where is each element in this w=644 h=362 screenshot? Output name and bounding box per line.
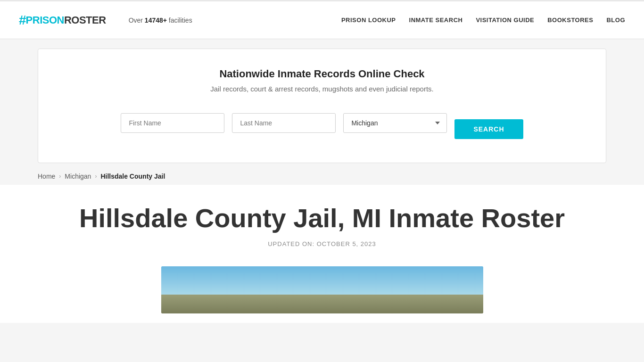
header: #PRISONROSTER Over 14748+ facilities PRI…	[0, 1, 644, 39]
breadcrumb-state[interactable]: Michigan	[65, 173, 91, 180]
breadcrumb: Home › Michigan › Hillsdale County Jail	[38, 173, 606, 180]
search-banner: Nationwide Inmate Records Online Check J…	[38, 49, 606, 163]
image-sky	[161, 266, 483, 295]
breadcrumb-current-page: Hillsdale County Jail	[100, 173, 165, 180]
breadcrumb-home[interactable]: Home	[38, 173, 55, 180]
logo[interactable]: #PRISONROSTER	[19, 13, 106, 28]
facility-image-section	[0, 257, 644, 323]
banner-title: Nationwide Inmate Records Online Check	[66, 68, 578, 80]
page-title: Hillsdale County Jail, MI Inmate Roster	[38, 204, 606, 233]
breadcrumb-chevron-1: ›	[59, 173, 61, 180]
facility-image	[161, 266, 483, 313]
update-date: UPDATED ON: OCTOBER 5, 2023	[38, 240, 606, 247]
image-ground	[161, 295, 483, 313]
search-button[interactable]: SEARCH	[454, 119, 523, 139]
facilities-count-text: Over 14748+ facilities	[129, 16, 192, 24]
facilities-number: 14748+	[145, 16, 167, 24]
search-inputs-row: MichiganAlabamaAlaskaArizonaArkansasCali…	[121, 113, 447, 133]
logo-roster-text: ROSTER	[64, 14, 106, 26]
first-name-input[interactable]	[121, 113, 224, 133]
last-name-input[interactable]	[232, 113, 336, 133]
breadcrumb-chevron-2: ›	[95, 173, 97, 180]
nav-blog[interactable]: BLOG	[606, 16, 625, 24]
nav-prison-lookup[interactable]: PRISON LOOKUP	[341, 16, 396, 24]
main-nav: PRISON LOOKUP INMATE SEARCH VISITATION G…	[341, 16, 625, 24]
search-button-row: SEARCH	[454, 115, 523, 139]
state-select[interactable]: MichiganAlabamaAlaskaArizonaArkansasCali…	[343, 113, 447, 133]
nav-inmate-search[interactable]: INMATE SEARCH	[409, 16, 463, 24]
page-title-section: Hillsdale County Jail, MI Inmate Roster …	[0, 185, 644, 257]
inmate-search-form: MichiganAlabamaAlaskaArizonaArkansasCali…	[66, 107, 578, 139]
logo-prison-text: PRISON	[26, 14, 64, 26]
banner-subtitle: Jail records, court & arrest records, mu…	[66, 85, 578, 93]
nav-bookstores[interactable]: BOOKSTORES	[547, 16, 593, 24]
nav-visitation-guide[interactable]: VISITATION GUIDE	[476, 16, 534, 24]
logo-hash: #	[19, 13, 26, 28]
